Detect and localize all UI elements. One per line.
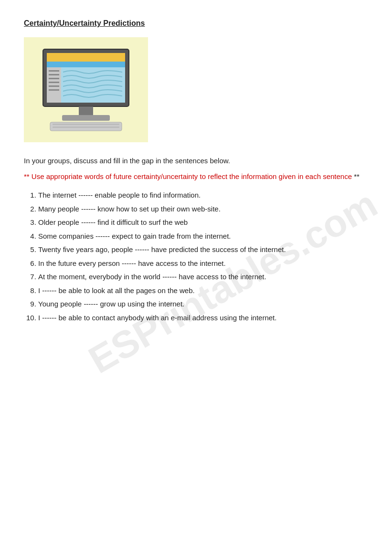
- svg-rect-10: [49, 89, 59, 91]
- svg-rect-4: [47, 67, 61, 103]
- note-suffix: **: [354, 172, 360, 180]
- note-prefix: ** Use appropriate words of future certa…: [24, 172, 354, 180]
- svg-rect-8: [49, 82, 59, 83]
- list-item: I ------ be able to look at all the page…: [38, 285, 368, 296]
- svg-rect-7: [49, 78, 59, 79]
- list-item: Older people ------ find it difficult to…: [38, 217, 368, 228]
- svg-rect-9: [49, 85, 59, 87]
- svg-rect-12: [79, 106, 93, 116]
- list-item: Twenty five years ago, people ------ hav…: [38, 244, 368, 255]
- list-item: The internet ------ enable people to fin…: [38, 190, 368, 201]
- note-text: ** Use appropriate words of future certa…: [24, 172, 368, 180]
- svg-rect-3: [47, 62, 125, 67]
- svg-rect-13: [62, 115, 110, 121]
- list-item: Some companies ------ expect to gain tra…: [38, 231, 368, 242]
- list-item: I ------ be able to contact anybody with…: [38, 313, 368, 324]
- list-item: At the moment, everybody in the world --…: [38, 272, 368, 283]
- list-item: In the future every person ------ have a…: [38, 258, 368, 269]
- page-title: Certainty/Uncertainty Predictions: [24, 19, 368, 28]
- list-item: Young people ------ grow up using the in…: [38, 299, 368, 310]
- instructions-text: In your groups, discuss and fill in the …: [24, 157, 368, 165]
- svg-rect-2: [47, 53, 125, 62]
- sentences-list: The internet ------ enable people to fin…: [24, 190, 368, 323]
- svg-rect-15: [53, 124, 119, 125]
- svg-rect-5: [49, 70, 59, 72]
- computer-illustration: [33, 44, 138, 135]
- svg-rect-16: [53, 126, 119, 128]
- svg-rect-6: [49, 74, 59, 75]
- list-item: Many people ------ know how to set up th…: [38, 204, 368, 215]
- illustration-box: [24, 37, 148, 142]
